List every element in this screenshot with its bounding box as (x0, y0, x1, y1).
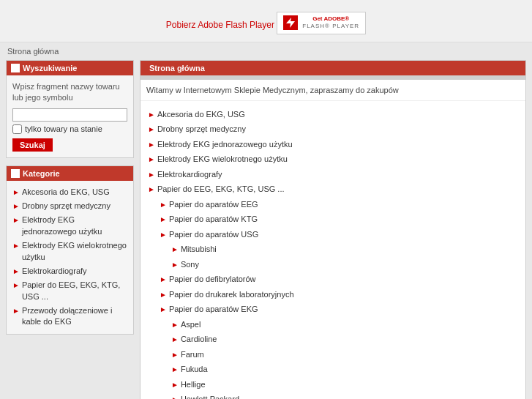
arrow-icon: ► (160, 229, 167, 240)
cat-item[interactable]: ► Elektrody EKG wielokrotnego użytku (12, 239, 127, 264)
menu-label: Sony (181, 258, 199, 271)
cat-item[interactable]: ► Drobny sprzęt medyczny (12, 199, 127, 213)
search-header: Wyszukiwanie (7, 61, 133, 75)
content-area: Strona główna Witamy w Internetowym Skle… (140, 60, 526, 399)
menu-label: Elektrokardiografy (157, 168, 222, 181)
cat-label: Elektrody EKG wielokrotnego użytku (22, 240, 127, 263)
menu-sub-sub-item[interactable]: ► Hewlett Packard (171, 392, 518, 399)
arrow-icon: ► (12, 280, 20, 291)
menu-sub-sub-item[interactable]: ► Aspel (171, 317, 518, 332)
flash-badge[interactable]: Get ADOBE® FLASH® PLAYER (277, 12, 366, 34)
menu-label: Papier do defibrylatorów (169, 273, 256, 286)
content-intro: Witamy w Internetowym Sklepie Medycznym,… (141, 80, 525, 101)
menu-sub-item[interactable]: ► Papier do defibrylatorów (160, 272, 518, 287)
arrow-icon: ► (148, 154, 155, 165)
flash-link[interactable]: Pobierz Adobe Flash Player (166, 20, 274, 30)
search-input[interactable] (12, 108, 127, 122)
arrow-icon: ► (12, 187, 20, 198)
stock-checkbox[interactable] (12, 124, 22, 134)
menu-sub-item[interactable]: ► Papier do aparatów EKG (160, 302, 518, 317)
arrow-icon: ► (12, 201, 20, 212)
cat-label: Akcesoria do EKG, USG (22, 187, 110, 198)
menu-sub-sub-item[interactable]: ► Hellige (171, 377, 518, 392)
arrow-icon: ► (171, 379, 179, 390)
menu-list: ► Akcesoria do EKG, USG ► Drobny sprzęt … (141, 101, 525, 399)
menu-sub-sub-item[interactable]: ► Farum (171, 347, 518, 362)
menu-label: Elektrody EKG wielokrotnego użytku (157, 153, 288, 165)
top-banner: Pobierz Adobe Flash Player Get ADOBE® FL… (0, 0, 532, 42)
menu-item[interactable]: ► Elektrokardiografy (148, 167, 518, 182)
search-body: Wpisz fragment nazwy towaru lub jego sym… (7, 75, 133, 157)
search-widget: Wyszukiwanie Wpisz fragment nazwy towaru… (6, 60, 134, 158)
menu-label: Papier do EEG, EKG, KTG, USG ... (157, 183, 285, 195)
menu-sub-sub-item[interactable]: ► Cardioline (171, 332, 518, 347)
search-hint: Wpisz fragment nazwy towaru lub jego sym… (12, 81, 127, 104)
search-title: Wyszukiwanie (23, 64, 77, 72)
arrow-icon: ► (160, 214, 167, 225)
sidebar: Wyszukiwanie Wpisz fragment nazwy towaru… (6, 60, 134, 399)
cat-label: Papier do EEG, EKG, KTG, USG ... (22, 280, 127, 302)
menu-sub-item[interactable]: ► Papier do aparatów EEG (160, 197, 518, 212)
menu-label: Hewlett Packard (181, 393, 239, 399)
svg-marker-0 (286, 18, 295, 28)
arrow-icon: ► (12, 215, 20, 225)
flash-text: Get ADOBE® FLASH® PLAYER (302, 15, 359, 31)
arrow-icon: ► (171, 349, 179, 360)
arrow-icon: ► (148, 184, 155, 195)
breadcrumb: Strona główna (0, 42, 532, 60)
categories-widget: Kategorie ► Akcesoria do EKG, USG ► Drob… (6, 165, 134, 335)
cat-label: Elektrokardiografy (22, 266, 87, 277)
cat-label: Elektrody EKG jednorazowego użytku (22, 215, 127, 237)
menu-sub-item[interactable]: ► Papier do aparatów KTG (160, 212, 518, 227)
menu-label: Akcesoria do EKG, USG (157, 108, 245, 121)
arrow-icon: ► (148, 124, 155, 135)
cat-item[interactable]: ► Akcesoria do EKG, USG (12, 185, 127, 199)
cat-item[interactable]: ► Elektrody EKG jednorazowego użytku (12, 213, 127, 239)
arrow-icon: ► (160, 274, 167, 285)
arrow-icon: ► (12, 306, 20, 316)
arrow-icon: ► (171, 259, 179, 270)
arrow-icon: ► (171, 334, 179, 345)
menu-label: Elektrody EKG jednorazowego użytku (157, 138, 293, 151)
arrow-icon: ► (171, 319, 179, 330)
categories-body: ► Akcesoria do EKG, USG ► Drobny sprzęt … (7, 181, 133, 334)
content-header: Strona główna (141, 61, 525, 75)
menu-item[interactable]: ► Drobny sprzęt medyczny (148, 122, 518, 137)
menu-sub-item[interactable]: ► Papier do drukarek laboratoryjnych (160, 287, 518, 302)
menu-label: Aspel (181, 318, 201, 331)
categories-header-icon (11, 169, 20, 178)
menu-sub-sub-item[interactable]: ► Sony (171, 257, 518, 272)
menu-label: Papier do aparatów EKG (169, 303, 258, 316)
arrow-icon: ► (160, 289, 167, 300)
cat-item[interactable]: ► Papier do EEG, EKG, KTG, USG ... (12, 278, 127, 304)
search-button[interactable]: Szukaj (12, 138, 53, 152)
menu-item[interactable]: ► Akcesoria do EKG, USG (148, 107, 518, 122)
menu-sub-sub-item[interactable]: ► Fukuda (171, 362, 518, 377)
cat-item[interactable]: ► Elektrokardiografy (12, 264, 127, 278)
menu-sub-item[interactable]: ► Papier do aparatów USG (160, 227, 518, 242)
menu-label: Cardioline (181, 333, 217, 346)
menu-label: Papier do aparatów USG (169, 228, 258, 241)
arrow-icon: ► (148, 169, 155, 180)
arrow-icon: ► (171, 364, 179, 375)
cat-label: Drobny sprzęt medyczny (22, 201, 110, 212)
menu-item[interactable]: ► Elektrody EKG wielokrotnego użytku (148, 152, 518, 167)
arrow-icon: ► (171, 394, 179, 399)
arrow-icon: ► (171, 244, 179, 255)
menu-label: Papier do aparatów EEG (169, 198, 258, 211)
categories-header: Kategorie (7, 166, 133, 181)
content-title: Strona główna (149, 64, 205, 72)
arrow-icon: ► (160, 199, 167, 210)
categories-title: Kategorie (23, 169, 60, 178)
menu-label: Papier do aparatów KTG (169, 213, 258, 225)
arrow-icon: ► (148, 109, 155, 120)
search-header-icon (11, 64, 20, 72)
cat-item[interactable]: ► Przewody dołączeniowe i kable do EKG (12, 304, 127, 329)
menu-sub-sub-item[interactable]: ► Mitsubishi (171, 242, 518, 257)
main-layout: Wyszukiwanie Wpisz fragment nazwy towaru… (0, 60, 532, 399)
menu-item[interactable]: ► Papier do EEG, EKG, KTG, USG ... (148, 182, 518, 197)
menu-label: Mitsubishi (181, 243, 217, 256)
menu-label: Farum (181, 348, 204, 361)
menu-label: Drobny sprzęt medyczny (157, 123, 246, 135)
menu-item[interactable]: ► Elektrody EKG jednorazowego użytku (148, 137, 518, 152)
